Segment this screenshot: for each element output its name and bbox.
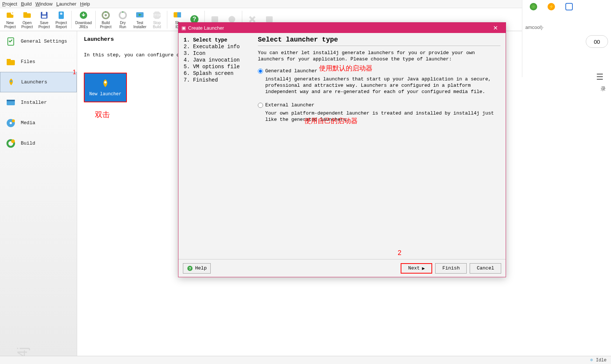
rocket-icon (6, 77, 17, 87)
radio-external[interactable] (258, 103, 263, 108)
rs-pill-value: 00 (594, 39, 600, 45)
svg-rect-23 (211, 16, 218, 22)
menu-project[interactable]: Project (2, 1, 17, 7)
sidebar-item-installer[interactable]: Installer (0, 92, 77, 113)
step-1[interactable]: 1. Select type (184, 37, 251, 43)
next-button[interactable]: Next ▶ (401, 263, 432, 274)
tbtn-project-report[interactable]: iProjectReport (53, 9, 70, 30)
annotation-1: 1 (73, 69, 76, 76)
step-4[interactable]: 4. Java invocation (184, 57, 251, 63)
svg-text:i: i (61, 12, 62, 16)
statusbar: ❄ Idle (0, 356, 611, 364)
rocket-icon (100, 78, 111, 89)
tbtn-save-project[interactable]: SaveProject (36, 9, 53, 30)
svg-text:+: + (12, 11, 13, 15)
svg-rect-20 (177, 12, 181, 17)
arrow-right-icon: ▶ (422, 265, 425, 271)
menu-launcher[interactable]: Launcher (56, 1, 76, 7)
annotation-cn-2: 使用自己的启动器 (304, 116, 358, 125)
step-7[interactable]: 7. Finished (184, 77, 251, 83)
sidebar-item-label: Installer (21, 100, 47, 105)
dialog-titlebar[interactable]: ▣ Create Launcher ✕ (178, 23, 506, 33)
svg-rect-28 (7, 59, 11, 61)
sidebar-item-label: General Settings (21, 39, 67, 44)
hamburger-icon[interactable]: ☰ (522, 52, 611, 86)
menu-build[interactable]: Build (21, 1, 32, 7)
folder-icon (5, 57, 16, 67)
tbtn-label: NewProject (4, 21, 16, 29)
svg-point-33 (10, 122, 12, 124)
step-3[interactable]: 3. Icon (184, 50, 251, 57)
tbtn-label: StopBuild (153, 21, 161, 29)
option-external-desc: Your own platform-dependent launcher is … (265, 110, 500, 123)
snowflake-icon: ❄ (590, 357, 593, 363)
sidebar: General Settings Files Launchers Install… (0, 31, 77, 356)
annotation-cn-1: 使用默认的启动器 (319, 64, 372, 73)
tbtn-dry-run[interactable]: DryRun (114, 9, 131, 30)
step-2[interactable]: 2. Executable info (184, 43, 251, 50)
tbtn-label: BuildProject (100, 21, 111, 29)
bolt-icon[interactable]: ⚡ (548, 3, 555, 10)
close-icon[interactable]: ✕ (488, 24, 503, 32)
tbtn-label: ProjectReport (55, 21, 67, 29)
sidebar-item-files[interactable]: Files (0, 52, 77, 72)
svg-rect-31 (7, 100, 15, 101)
option-label: External launcher (265, 102, 315, 108)
tbtn-build-project[interactable]: BuildProject (97, 9, 114, 30)
tbtn-stop-build[interactable]: STOPStopBuild (148, 9, 165, 30)
sidebar-item-media[interactable]: Media (0, 113, 77, 133)
tbtn-label: OpenProject (21, 21, 33, 29)
help-button[interactable]: ? Help (183, 263, 211, 274)
tbtn-open-project[interactable]: OpenProject (19, 9, 36, 30)
tbtn-new-project[interactable]: +NewProject (1, 9, 19, 30)
disc-icon (5, 118, 16, 128)
tbtn-label: SaveProject (38, 21, 50, 29)
menu-help[interactable]: Help (80, 1, 90, 7)
tbtn-label: TestInstaller (133, 21, 146, 29)
launcher-tile[interactable]: New launcher (84, 73, 127, 102)
tbtn-download-jres[interactable]: DownloadJREs (73, 9, 94, 30)
launcher-tile-label: New launcher (89, 92, 121, 97)
dialog-title: Create Launcher (188, 25, 224, 31)
annotation-2: 2 (398, 249, 401, 257)
square-icon[interactable] (565, 3, 573, 10)
svg-rect-4 (23, 12, 27, 14)
finish-button[interactable]: Finish (435, 263, 467, 274)
btn-label: Help (195, 265, 207, 271)
tbtn-label: DownloadJREs (75, 21, 92, 29)
svg-point-24 (229, 16, 235, 23)
sidebar-item-general[interactable]: General Settings (0, 31, 77, 52)
globe-icon[interactable] (530, 3, 537, 10)
sidebar-item-label: Build (21, 140, 35, 146)
cancel-button[interactable]: Cancel (470, 263, 501, 274)
option-generated-desc: install4j generates launchers that start… (265, 76, 500, 95)
help-icon: ? (187, 265, 193, 271)
right-side-panel: ⚡ amcool)· 00 ☰ 录 (522, 0, 611, 77)
sidebar-item-build[interactable]: Build (0, 133, 77, 153)
svg-point-13 (105, 14, 107, 16)
svg-text:STOP: STOP (152, 13, 161, 17)
annotation-doubleclick: 双击 (95, 110, 110, 120)
step-6[interactable]: 6. Splash screen (184, 70, 251, 77)
sidebar-item-label: Files (21, 59, 35, 64)
rs-text-bottom: 录 (522, 86, 611, 92)
sidebar-item-label: Media (21, 120, 35, 126)
wizard-steps: 1. Select type 2. Executable info 3. Ico… (178, 33, 256, 259)
menu-window[interactable]: Window (35, 1, 52, 7)
svg-rect-6 (42, 12, 46, 14)
option-external[interactable]: External launcher (258, 102, 500, 108)
svg-rect-7 (42, 16, 46, 18)
svg-point-29 (10, 80, 12, 82)
option-generated[interactable]: Generated launcher (258, 68, 500, 74)
radio-generated[interactable] (258, 69, 263, 74)
create-launcher-dialog: ▣ Create Launcher ✕ 1. Select type 2. Ex… (178, 22, 506, 277)
tbtn-test-installer[interactable]: TestInstaller (131, 9, 148, 30)
clipboard-icon (5, 36, 16, 47)
step-5[interactable]: 5. VM options file (184, 63, 251, 70)
sidebar-item-launchers[interactable]: Launchers (0, 72, 77, 92)
rs-pill[interactable]: 00 (586, 35, 608, 48)
svg-text:?: ? (189, 267, 191, 271)
rs-text-top: amcool)· (522, 13, 611, 32)
tbtn-label: DryRun (119, 21, 126, 29)
dialog-app-icon: ▣ (181, 25, 186, 31)
